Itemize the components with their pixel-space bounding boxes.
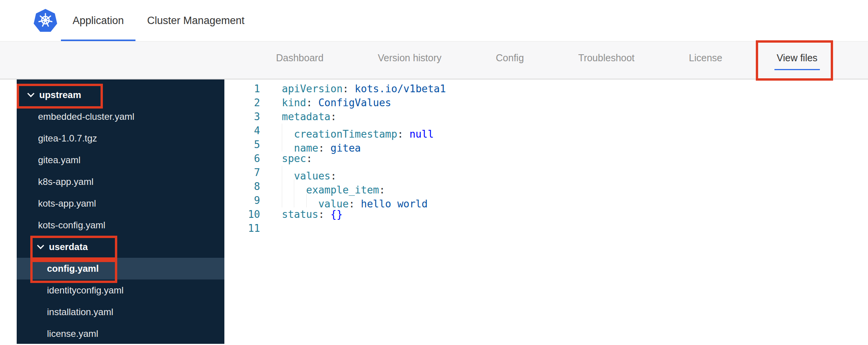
line-number: 5	[224, 138, 260, 152]
code-line-9: 9value: hello world	[224, 193, 868, 207]
line-content: creationTimestamp: null	[260, 124, 434, 138]
tab-cluster-management-label: Cluster Management	[147, 15, 245, 27]
app-subnav: Dashboard Version history Config Trouble…	[0, 41, 868, 79]
code-token: kots.io/v1beta1	[355, 83, 446, 95]
code-token: status	[282, 209, 318, 220]
tree-item-label: userdata	[49, 242, 88, 252]
code-token: ConfigValues	[318, 97, 391, 109]
tree-file-kots-app.yaml[interactable]: kots-app.yaml	[17, 193, 224, 214]
tree-item-label: upstream	[39, 90, 81, 100]
line-content: spec:	[260, 152, 312, 166]
tree-item-label: license.yaml	[47, 328, 98, 339]
tree-item-label: installation.yaml	[47, 307, 113, 317]
indent-guide	[282, 193, 294, 207]
line-content: value: hello world	[260, 193, 428, 207]
main-content: upstreamembedded-cluster.yamlgitea-1.0.7…	[0, 79, 868, 344]
kubernetes-logo-icon	[33, 8, 58, 33]
kots-admin-console: Application Cluster Management Dashboard…	[0, 0, 868, 345]
code-token: :	[330, 111, 337, 122]
tree-file-k8s-app.yaml[interactable]: k8s-app.yaml	[17, 171, 224, 193]
indent-guide	[282, 124, 294, 138]
line-content: name: gitea	[260, 138, 361, 152]
tree-file-license.yaml[interactable]: license.yaml	[17, 323, 224, 344]
tree-item-label: embedded-cluster.yaml	[38, 111, 134, 122]
top-header: Application Cluster Management	[0, 0, 868, 41]
tree-folder-upstream[interactable]: upstream	[17, 84, 224, 106]
line-content: status: {}	[260, 207, 343, 221]
tab-application[interactable]: Application	[61, 0, 135, 41]
tab-application-label: Application	[73, 15, 124, 27]
tree-file-gitea.yaml[interactable]: gitea.yaml	[17, 149, 224, 171]
code-token: kind	[282, 97, 306, 109]
code-token: null	[410, 128, 434, 140]
indent-guide	[282, 179, 294, 193]
code-line-4: 4creationTimestamp: null	[224, 124, 868, 138]
tree-item-label: config.yaml	[47, 263, 99, 274]
tree-file-config.yaml[interactable]: config.yaml	[17, 258, 224, 279]
tab-cluster-management[interactable]: Cluster Management	[135, 0, 256, 41]
code-token: :	[318, 209, 330, 220]
tree-file-installation.yaml[interactable]: installation.yaml	[17, 301, 224, 323]
subnav-item-license[interactable]: License	[689, 39, 722, 76]
indent-guide	[282, 166, 294, 179]
code-token: :	[397, 128, 409, 140]
line-number: 7	[224, 166, 260, 179]
line-content: metadata:	[260, 110, 337, 124]
subnav-item-version-history[interactable]: Version history	[378, 39, 441, 76]
file-tree: upstreamembedded-cluster.yamlgitea-1.0.7…	[17, 79, 224, 344]
line-content: values:	[260, 166, 337, 179]
subnav-item-config[interactable]: Config	[496, 39, 524, 76]
editor-lines: 1apiVersion: kots.io/v1beta12kind: Confi…	[224, 82, 868, 235]
code-line-11: 11	[224, 221, 868, 235]
chevron-down-icon	[37, 242, 44, 249]
tree-item-label: gitea.yaml	[38, 155, 80, 166]
code-token: :	[343, 83, 355, 95]
code-token: spec	[282, 153, 306, 164]
tree-item-label: gitea-1.0.7.tgz	[38, 133, 97, 144]
line-number: 10	[224, 207, 260, 221]
line-number: 9	[224, 193, 260, 207]
line-number: 11	[224, 221, 260, 235]
subnav-item-view-files[interactable]: View files	[777, 39, 818, 76]
line-number: 2	[224, 96, 260, 110]
code-line-5: 5name: gitea	[224, 138, 868, 152]
tree-file-kots-config.yaml[interactable]: kots-config.yaml	[17, 214, 224, 236]
line-number: 1	[224, 82, 260, 96]
code-token: gitea	[330, 142, 361, 154]
line-number: 8	[224, 179, 260, 193]
code-token: hello world	[361, 198, 427, 210]
code-line-1: 1apiVersion: kots.io/v1beta1	[224, 82, 868, 96]
tree-file-identityconfig.yaml[interactable]: identityconfig.yaml	[17, 279, 224, 301]
line-number: 6	[224, 152, 260, 166]
code-line-3: 3metadata:	[224, 110, 868, 124]
code-token: :	[349, 198, 361, 210]
code-token: :	[306, 97, 318, 109]
tree-folder-userdata[interactable]: userdata	[17, 236, 224, 258]
code-token: apiVersion	[282, 83, 343, 95]
line-number: 4	[224, 124, 260, 138]
subnav-item-dashboard[interactable]: Dashboard	[276, 39, 323, 76]
code-token: :	[318, 142, 330, 154]
indent-guide	[294, 193, 306, 207]
code-token: :	[306, 153, 312, 164]
indent-guide	[306, 193, 318, 207]
line-content	[260, 221, 282, 235]
file-editor[interactable]: 1apiVersion: kots.io/v1beta12kind: Confi…	[224, 79, 868, 344]
line-content: kind: ConfigValues	[260, 96, 391, 110]
subnav-item-troubleshoot[interactable]: Troubleshoot	[578, 39, 635, 76]
tree-item-label: k8s-app.yaml	[38, 176, 94, 187]
code-line-7: 7values:	[224, 166, 868, 179]
code-line-10: 10status: {}	[224, 207, 868, 221]
line-number: 3	[224, 110, 260, 124]
indent-guide	[282, 138, 294, 152]
tree-item-label: kots-config.yaml	[38, 220, 105, 231]
code-token: {}	[330, 209, 342, 220]
top-nav: Application Cluster Management	[61, 0, 256, 41]
tree-file-embedded-cluster.yaml[interactable]: embedded-cluster.yaml	[17, 106, 224, 128]
line-content: apiVersion: kots.io/v1beta1	[260, 82, 446, 96]
line-content: example_item:	[260, 179, 385, 193]
code-line-2: 2kind: ConfigValues	[224, 96, 868, 110]
tree-file-gitea-1.0.7.tgz[interactable]: gitea-1.0.7.tgz	[17, 128, 224, 149]
tree-item-label: identityconfig.yaml	[47, 285, 123, 296]
tree-item-label: kots-app.yaml	[38, 198, 96, 209]
